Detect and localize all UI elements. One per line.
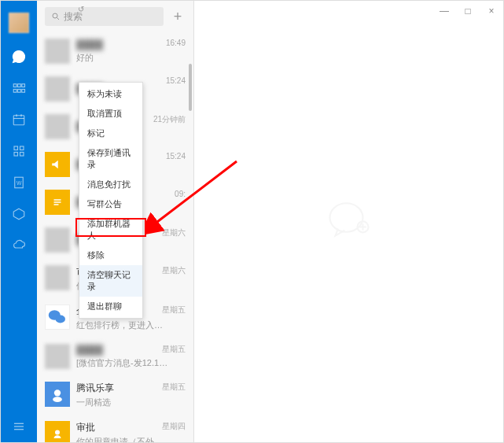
context-menu-item[interactable]: 移除 [79,245,142,265]
nav-apps-icon[interactable] [11,143,27,159]
context-menu-item[interactable]: 清空聊天记录 [79,265,142,297]
svg-rect-1 [18,84,21,87]
chat-time: 星期四 [162,421,186,432]
chat-time: 星期五 [162,344,186,355]
context-menu-item[interactable]: 标为未读 [79,84,142,104]
chat-item[interactable]: 腾讯乐享一周精选星期五 [37,375,193,415]
search-input[interactable]: 搜索 [45,7,164,26]
nav-calendar-icon[interactable] [11,112,27,127]
add-button[interactable]: + [170,9,186,24]
svg-rect-5 [22,90,25,93]
chat-avatar [45,39,70,64]
chat-time: 09: [175,190,186,198]
svg-point-27 [54,389,61,396]
chat-avatar [45,344,70,369]
chat-item[interactable]: ████[微信官方消息-发12.1…星期五 [37,338,193,375]
minimize-button[interactable]: — [432,1,456,21]
chat-preview: 你的用章申请（不外… [76,436,186,442]
nav-contacts-icon[interactable] [11,80,27,96]
svg-rect-10 [14,146,18,150]
chat-avatar [45,421,70,442]
context-menu-item[interactable]: 保存到通讯录 [79,143,142,175]
svg-text:W: W [17,180,22,186]
svg-rect-3 [13,90,17,93]
chat-avatar [45,227,70,253]
chat-time: 星期五 [162,382,186,393]
svg-line-21 [57,18,60,20]
chat-preview: 红包排行榜，更进入… [76,319,186,331]
svg-rect-13 [20,153,24,157]
context-menu-item[interactable]: 标记 [79,124,142,143]
context-menu-item[interactable]: 写群公告 [79,194,142,214]
svg-rect-2 [22,84,25,87]
menu-icon[interactable] [11,419,27,434]
nav-cloud-icon[interactable] [11,238,27,253]
chat-avatar [45,190,70,215]
chat-preview: 一周精选 [76,397,186,408]
svg-point-29 [55,430,60,435]
chat-avatar [45,382,70,407]
user-avatar[interactable] [9,13,29,33]
chat-preview: [微信官方消息-发12.1… [76,357,186,369]
svg-rect-0 [13,84,17,87]
chat-time: 21分钟前 [153,114,186,125]
nav-chat-icon[interactable] [11,49,27,65]
chat-time: 16:49 [166,39,186,47]
sidebar: W [1,1,37,442]
chat-time: 星期六 [162,265,186,276]
chat-time: 15:24 [166,152,186,161]
chat-time: 星期六 [162,227,186,238]
context-menu-item[interactable]: 消息免打扰 [79,175,142,194]
chat-time: 15:24 [166,76,186,85]
svg-rect-4 [18,90,21,93]
tab-indicator[interactable]: ↺ [78,5,84,13]
nav-workspace-icon[interactable] [11,206,27,222]
chat-avatar [45,152,70,177]
chat-avatar [45,265,70,290]
chat-avatar [45,305,70,330]
empty-state-icon [322,193,377,251]
nav-docs-icon[interactable]: W [11,175,27,190]
context-menu: 标为未读取消置顶标记保存到通讯录消息免打扰写群公告添加群机器人移除清空聊天记录退… [79,82,143,319]
svg-marker-16 [13,209,24,220]
svg-point-28 [53,397,62,402]
context-menu-item[interactable]: 添加群机器人 [79,214,142,245]
svg-rect-11 [20,146,24,150]
svg-rect-12 [14,153,18,157]
context-menu-item[interactable]: 取消置顶 [79,104,142,124]
main-area: — □ × [194,1,503,442]
svg-point-20 [53,13,57,18]
svg-rect-6 [13,116,24,125]
close-button[interactable]: × [480,1,503,21]
maximize-button[interactable]: □ [456,1,480,21]
svg-point-26 [56,316,66,323]
chat-time: 星期五 [162,305,186,316]
chat-preview: 好的 [76,52,186,64]
chat-item[interactable]: ████好的16:49 [37,32,193,70]
chat-avatar [45,114,70,139]
chat-item[interactable]: 审批你的用章申请（不外…星期四 [37,415,193,442]
chat-avatar [45,76,70,102]
context-menu-item[interactable]: 退出群聊 [79,297,142,316]
